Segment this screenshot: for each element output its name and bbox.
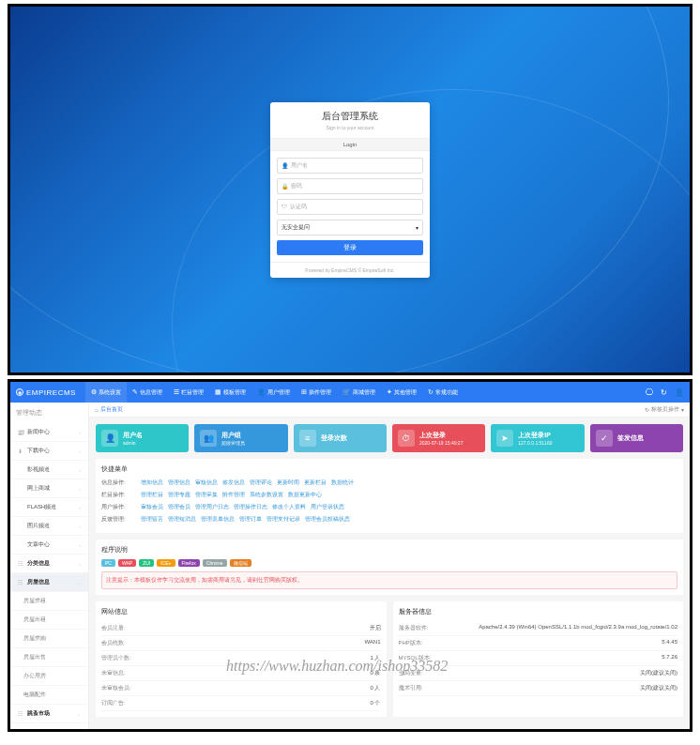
sidebar-item-1[interactable]: ⬇下载中心› xyxy=(10,442,88,461)
quick-link[interactable]: 更新栏目 xyxy=(304,479,327,487)
site-info-panel: 网站信息 会员注册:开启会员统数:WAN1管理员个数:1 人未审信息:0 条未审… xyxy=(96,601,387,717)
sidebar-item-13[interactable]: 办公用房 xyxy=(10,667,88,686)
info-row: 会员注册:开启 xyxy=(101,621,381,636)
login-footer: Powered by EmpireCMS © EmpireSoft Inc. xyxy=(270,262,430,278)
sidebar-item-11[interactable]: 房屋求购 xyxy=(10,630,88,648)
user-icon[interactable]: 👤 xyxy=(675,388,684,397)
card-icon: ≡ xyxy=(299,430,316,447)
nav-item-3[interactable]: ▦模板管理 xyxy=(209,382,251,403)
refresh-icon[interactable]: ↻ xyxy=(661,388,667,397)
sidebar-item-5[interactable]: 图片频道› xyxy=(10,517,88,536)
quick-link[interactable]: 管理栏目 xyxy=(141,491,163,499)
info-row: MYSQL版本:5.7.26 xyxy=(399,651,678,666)
captcha-input[interactable]: 🛡 认证码 xyxy=(277,199,423,215)
nav-item-2[interactable]: ☰栏目管理 xyxy=(168,382,209,403)
quick-link[interactable]: 管理用户日志 xyxy=(195,503,229,511)
tab-home[interactable]: ⌂ 后台首页 xyxy=(95,405,123,414)
stat-card-4[interactable]: ➤上次登录IP127.0.0.1:51160 xyxy=(491,424,584,452)
quick-link[interactable]: 修改个人资料 xyxy=(272,503,306,511)
quick-link[interactable]: 管理短消息 xyxy=(168,515,196,524)
username-input[interactable]: 👤 用户名 xyxy=(277,158,423,174)
quick-link[interactable]: 签发信息 xyxy=(222,479,245,487)
stat-card-3[interactable]: ⏱上次登录2020-07-19 15:40:27 xyxy=(392,424,485,452)
info-row: 未审信息:0 条 xyxy=(101,666,381,681)
quick-link[interactable]: 管理信息 xyxy=(168,479,190,487)
quick-link[interactable]: 更新时间 xyxy=(277,479,299,487)
sidebar-item-8[interactable]: ☷房屋信息⌄ xyxy=(10,573,88,592)
nav-item-5[interactable]: ⊞插件管理 xyxy=(296,382,337,403)
quick-link[interactable]: 数据统计 xyxy=(331,479,354,487)
nav-item-0[interactable]: ⚙系统设置 xyxy=(85,382,127,403)
security-question-select[interactable]: 无安全提问 ▾ xyxy=(277,220,423,236)
stat-card-2[interactable]: ≡登录次数 xyxy=(294,424,387,452)
quick-link[interactable]: 管理评论 xyxy=(250,479,272,487)
sidebar-item-6[interactable]: 文章中心› xyxy=(10,536,88,555)
shield-icon: 🛡 xyxy=(282,204,287,209)
info-row: 服务器软件:Apache/2.4.39 (Win64) OpenSSL/1.1.… xyxy=(399,621,678,636)
desktop-icon[interactable]: 🖵 xyxy=(646,388,653,397)
chevron-icon: › xyxy=(79,430,81,435)
quick-link[interactable]: 审核会员 xyxy=(141,503,163,511)
chevron-icon: › xyxy=(79,449,81,454)
sidebar-icon: ☷ xyxy=(18,560,27,567)
nav-item-1[interactable]: ✎信息管理 xyxy=(127,382,168,403)
sidebar-item-10[interactable]: 房屋出租 xyxy=(10,611,88,630)
info-row: 魔术引用:关闭(建议关闭) xyxy=(399,681,678,696)
quick-link[interactable]: 管理留言 xyxy=(141,515,163,524)
sidebar-item-3[interactable]: 网上商城› xyxy=(10,479,88,498)
sidebar-item-9[interactable]: 房屋求租 xyxy=(10,592,88,611)
stat-card-1[interactable]: 👥用户组超级管理员 xyxy=(194,424,287,452)
nav-item-6[interactable]: 🛒商城管理 xyxy=(337,382,381,403)
info-row: 管理员个数:1 人 xyxy=(101,651,381,666)
browser-tag: PC xyxy=(101,559,115,567)
notice-panel: 程序说明 PCWAPZUIICE+FirefoxChrome微信端 注意提示：本… xyxy=(96,540,683,595)
brand-logo[interactable]: ◉ EMPIRECMS xyxy=(16,388,76,397)
sidebar-item-7[interactable]: ☷分类信息› xyxy=(10,555,88,573)
quick-row-0: 信息操作:增加信息管理信息审核信息签发信息管理评论更新时间更新栏目数据统计 xyxy=(101,479,677,487)
info-row: PHP版本:5.4.45 xyxy=(399,636,678,651)
quick-menu-panel: 快捷菜单 信息操作:增加信息管理信息审核信息签发信息管理评论更新时间更新栏目数据… xyxy=(96,459,683,533)
nav-icon: ✦ xyxy=(387,388,392,396)
chevron-icon: › xyxy=(79,542,81,548)
sidebar-item-0[interactable]: 📰新闻中心› xyxy=(10,423,88,442)
quick-link[interactable]: 审核信息 xyxy=(195,479,218,487)
browser-tag: 微信端 xyxy=(230,559,251,567)
quick-link[interactable]: 附件管理 xyxy=(222,491,245,499)
quick-link[interactable]: 管理操作日志 xyxy=(234,503,267,511)
sidebar-item-15[interactable]: ☷跳蚤市场⌄ xyxy=(10,705,88,723)
quick-link[interactable]: 用户登录状态 xyxy=(311,503,344,511)
quick-link[interactable]: 管理会员 xyxy=(168,503,190,511)
chevron-down-icon: ▾ xyxy=(681,406,684,413)
quick-link[interactable]: 管理支付记录 xyxy=(266,515,300,524)
sidebar-icon: 📰 xyxy=(18,429,27,435)
quick-link[interactable]: 数据更新中心 xyxy=(288,491,322,499)
nav-item-7[interactable]: ✦其他管理 xyxy=(381,382,422,403)
stat-card-0[interactable]: 👤用户名admin xyxy=(96,424,189,452)
quick-link[interactable]: 增加信息 xyxy=(141,479,163,487)
sidebar-item-12[interactable]: 房屋出售 xyxy=(10,648,88,667)
login-tab[interactable]: Login xyxy=(270,138,430,151)
nav-item-4[interactable]: 👤用户管理 xyxy=(251,382,296,403)
chevron-icon: › xyxy=(79,486,81,492)
sidebar-icon: ☷ xyxy=(18,579,27,585)
nav-icon: ▦ xyxy=(215,388,221,396)
quick-link[interactable]: 管理订单 xyxy=(239,515,262,524)
tab-operations[interactable]: ↻ 标签页操作 ▾ xyxy=(645,405,684,414)
sidebar-item-16[interactable]: 电脑配件 xyxy=(10,723,88,729)
sidebar-item-2[interactable]: 影视频道› xyxy=(10,461,88,479)
quick-link[interactable]: 系统参数设置 xyxy=(250,491,283,499)
login-button[interactable]: 登录 xyxy=(277,240,423,255)
sidebar-item-4[interactable]: FLASH频道› xyxy=(10,498,88,517)
server-info-panel: 服务器信息 服务器软件:Apache/2.4.39 (Win64) OpenSS… xyxy=(393,601,684,717)
password-input[interactable]: 🔒 密码 xyxy=(277,178,423,194)
stat-card-5[interactable]: ✓签发信息 xyxy=(590,424,683,452)
sidebar-icon: ⬇ xyxy=(18,448,27,454)
sidebar-item-14[interactable]: 电脑配件 xyxy=(10,686,88,705)
nav-item-8[interactable]: ↻常规功能 xyxy=(422,382,464,403)
info-row: 未审核会员:0 人 xyxy=(101,681,381,696)
quick-link[interactable]: 管理会员投稿状态 xyxy=(305,515,350,524)
quick-link[interactable]: 管理采集 xyxy=(195,491,218,499)
quick-row-2: 用户操作:审核会员管理会员管理用户日志管理操作日志修改个人资料用户登录状态 xyxy=(101,503,677,511)
quick-link[interactable]: 管理表单信息 xyxy=(201,515,235,524)
quick-link[interactable]: 管理专题 xyxy=(168,491,190,499)
